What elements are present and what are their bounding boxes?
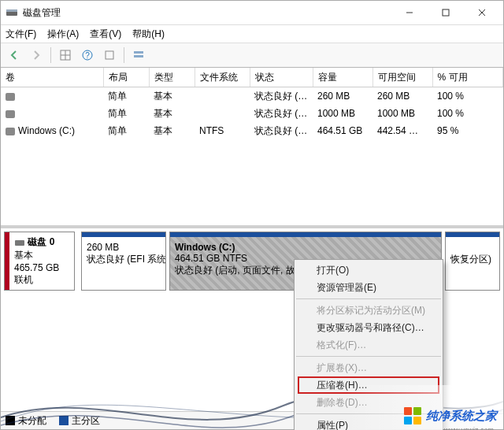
table-header-row[interactable]: 卷 布局 类型 文件系统 状态 容量 可用空间 % 可用 <box>1 68 503 87</box>
menu-help[interactable]: 帮助(H) <box>132 28 165 41</box>
volume-icon <box>6 93 15 101</box>
col-fs[interactable]: 文件系统 <box>195 68 250 87</box>
svg-rect-14 <box>15 240 24 246</box>
col-free[interactable]: 可用空间 <box>372 68 432 87</box>
menuitem-delete: 删除卷(D)… <box>295 394 443 411</box>
volume-table: 卷 布局 类型 文件系统 状态 容量 可用空间 % 可用 简单 基本 <box>1 68 503 139</box>
table-row[interactable]: 简单 基本 状态良好 (… 1000 MB 1000 MB 100 % <box>1 105 503 122</box>
col-pctfree[interactable]: % 可用 <box>432 68 503 87</box>
toolbar-help-button[interactable]: ? <box>77 45 98 65</box>
minimize-button[interactable] <box>391 1 428 24</box>
legend-swatch-primary <box>59 416 69 425</box>
menu-file[interactable]: 文件(F) <box>6 28 36 41</box>
svg-rect-12 <box>134 51 143 54</box>
col-layout[interactable]: 布局 <box>103 68 149 87</box>
disk-state: 联机 <box>14 274 33 285</box>
toolbar-settings-button[interactable] <box>99 45 120 65</box>
col-status[interactable]: 状态 <box>250 68 313 87</box>
svg-rect-13 <box>134 55 143 57</box>
table-row[interactable]: 简单 基本 状态良好 (… 260 MB 260 MB 100 % <box>1 87 503 106</box>
window-title: 磁盘管理 <box>23 6 61 20</box>
toolbar-forward-button[interactable] <box>26 45 46 65</box>
menu-action[interactable]: 操作(A) <box>47 28 79 41</box>
partition-desc: 状态良好 (EFI 系统分区 <box>87 254 166 265</box>
partition-efi[interactable]: 260 MB 状态良好 (EFI 系统分区 <box>81 232 166 291</box>
partition-desc: 恢复分区) <box>450 254 491 265</box>
table-row[interactable]: Windows (C:) 简单 基本 NTFS 状态良好 (… 464.51 G… <box>1 122 503 139</box>
disk-name: 磁盘 0 <box>28 236 54 247</box>
toolbar-back-button[interactable] <box>4 45 24 65</box>
svg-rect-1 <box>6 9 17 12</box>
menuitem-explorer[interactable]: 资源管理器(E) <box>295 279 443 296</box>
menubar: 文件(F) 操作(A) 查看(V) 帮助(H) <box>1 25 503 43</box>
menuitem-change-letter[interactable]: 更改驱动器号和路径(C)… <box>295 319 443 336</box>
legend-swatch-unallocated <box>6 416 15 425</box>
menu-view[interactable]: 查看(V) <box>90 28 121 41</box>
titlebar[interactable]: 磁盘管理 <box>1 1 503 25</box>
col-capacity[interactable]: 容量 <box>313 68 372 87</box>
close-button[interactable] <box>464 1 500 24</box>
partition-desc: 状态良好 (启动, 页面文件, 故 <box>175 265 295 276</box>
disk-size: 465.75 GB <box>14 262 59 273</box>
menuitem-open[interactable]: 打开(O) <box>295 261 443 279</box>
toolbar-refresh-button[interactable] <box>55 45 76 65</box>
toolbar: ? <box>1 43 503 68</box>
partition-size: 260 MB <box>87 242 119 253</box>
disk-label[interactable]: 磁盘 0 基本 465.75 GB 联机 <box>4 232 75 291</box>
svg-rect-11 <box>106 51 113 59</box>
maximize-button[interactable] <box>428 1 464 24</box>
partition-recovery[interactable]: 恢复分区) <box>445 232 500 291</box>
svg-rect-3 <box>443 9 449 16</box>
menuitem-properties[interactable]: 属性(P) <box>295 417 443 430</box>
volume-list-pane[interactable]: 卷 布局 类型 文件系统 状态 容量 可用空间 % 可用 简单 基本 <box>1 68 503 228</box>
col-type[interactable]: 类型 <box>149 68 195 87</box>
partition-name: Windows (C:) <box>175 242 235 253</box>
col-volume[interactable]: 卷 <box>1 68 103 87</box>
disk-type: 基本 <box>14 250 33 261</box>
disk-management-window: 磁盘管理 文件(F) 操作(A) 查看(V) 帮助(H) <box>0 0 504 430</box>
legend-primary: 主分区 <box>72 415 100 426</box>
app-icon <box>6 6 18 19</box>
toolbar-list-button[interactable] <box>128 45 149 65</box>
menuitem-format: 格式化(F)… <box>295 336 443 354</box>
volume-icon <box>6 128 15 135</box>
menuitem-shrink[interactable]: 压缩卷(H)… <box>295 376 443 394</box>
context-menu: 打开(O) 资源管理器(E) 将分区标记为活动分区(M) 更改驱动器号和路径(C… <box>294 259 443 430</box>
partition-size: 464.51 GB NTFS <box>175 253 247 264</box>
svg-text:?: ? <box>85 51 90 60</box>
menuitem-extend: 扩展卷(X)… <box>295 359 443 376</box>
menuitem-mark-active: 将分区标记为活动分区(M) <box>295 302 443 319</box>
volume-icon <box>6 110 15 118</box>
legend-unallocated: 未分配 <box>18 415 46 426</box>
